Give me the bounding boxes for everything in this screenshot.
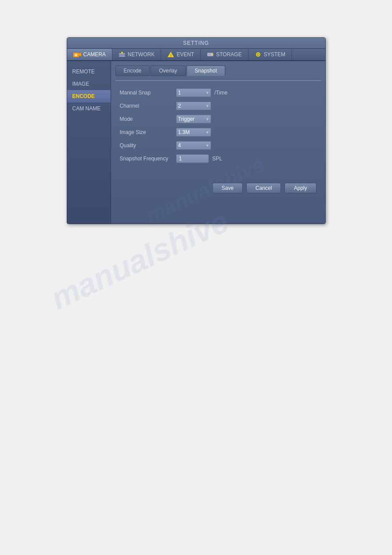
snapshot-freq-row: Snapshot Frequency SPL bbox=[120, 154, 316, 163]
content-area: REMOTE IMAGE ENCODE CAM NAME bbox=[67, 61, 325, 224]
section-divider bbox=[115, 80, 321, 81]
svg-text:!: ! bbox=[170, 54, 172, 58]
tab-encode[interactable]: Encode bbox=[115, 65, 150, 76]
nav-tab-storage-label: STORAGE bbox=[216, 51, 241, 58]
nav-tab-network[interactable]: NETWORK bbox=[112, 49, 161, 60]
mode-select[interactable]: Trigger Timing bbox=[176, 115, 211, 123]
nav-tab-event-label: EVENT bbox=[176, 51, 194, 58]
svg-rect-4 bbox=[119, 54, 125, 55]
nav-tab-network-label: NETWORK bbox=[128, 51, 155, 58]
bottom-buttons: Save Cancel Apply bbox=[115, 178, 321, 198]
svg-rect-5 bbox=[119, 56, 125, 57]
window-title: SETTING bbox=[183, 40, 209, 46]
sidebar-item-cam-name[interactable]: CAM NAME bbox=[67, 102, 111, 115]
nav-tab-storage[interactable]: STORAGE bbox=[201, 49, 248, 60]
svg-point-10 bbox=[211, 54, 213, 55]
quality-select[interactable]: 1 2 3 4 5 bbox=[176, 141, 211, 150]
channel-select-wrapper: 1 2 3 4 bbox=[176, 102, 211, 110]
quality-row: Quality 1 2 3 4 5 bbox=[120, 141, 316, 150]
nav-tab-camera-label: CAMERA bbox=[83, 51, 106, 58]
mode-row: Mode Trigger Timing bbox=[120, 115, 316, 123]
manual-snap-row: Mannal Snap 1 2 3 /Time bbox=[120, 88, 316, 97]
tab-overlay[interactable]: Overlay bbox=[151, 65, 185, 76]
main-content: Encode Overlay Snapshot bbox=[111, 61, 325, 224]
title-bar: SETTING bbox=[67, 38, 325, 49]
image-size-select-wrapper: 1.3M 2M 3M bbox=[176, 128, 211, 137]
save-button[interactable]: Save bbox=[212, 183, 243, 193]
tabs-bar: Encode Overlay Snapshot bbox=[115, 65, 321, 76]
nav-tab-event[interactable]: ! EVENT bbox=[161, 49, 201, 60]
cancel-button[interactable]: Cancel bbox=[246, 183, 281, 193]
sidebar-item-image[interactable]: IMAGE bbox=[67, 78, 111, 90]
system-icon bbox=[255, 51, 262, 58]
tab-snapshot[interactable]: Snapshot bbox=[187, 65, 226, 76]
image-size-row: Image Size 1.3M 2M 3M bbox=[120, 128, 316, 137]
sidebar-item-encode[interactable]: ENCODE bbox=[67, 90, 111, 102]
quality-select-wrapper: 1 2 3 4 5 bbox=[176, 141, 211, 150]
apply-button[interactable]: Apply bbox=[284, 183, 316, 193]
snapshot-freq-label: Snapshot Frequency bbox=[120, 156, 173, 162]
svg-point-12 bbox=[257, 54, 259, 55]
manual-snap-select[interactable]: 1 2 3 bbox=[176, 88, 211, 97]
setting-window: SETTING CAMERA bbox=[67, 37, 326, 224]
quality-label: Quality bbox=[120, 142, 173, 149]
svg-marker-2 bbox=[79, 53, 81, 56]
mode-select-wrapper: Trigger Timing bbox=[176, 115, 211, 123]
manual-snap-label: Mannal Snap bbox=[120, 90, 173, 96]
snapshot-freq-input[interactable] bbox=[176, 154, 209, 163]
channel-label: Channel bbox=[120, 103, 173, 109]
nav-tab-system-label: SYSTEM bbox=[264, 51, 285, 58]
manual-snap-unit: /Time bbox=[215, 90, 228, 96]
channel-row: Channel 1 2 3 4 bbox=[120, 102, 316, 110]
top-nav: CAMERA NETWORK ! EVENT bbox=[67, 49, 325, 61]
sidebar-item-remote[interactable]: REMOTE bbox=[67, 65, 111, 78]
image-size-select[interactable]: 1.3M 2M 3M bbox=[176, 128, 211, 137]
svg-rect-3 bbox=[119, 53, 125, 54]
snapshot-freq-unit: SPL bbox=[212, 156, 223, 162]
nav-tab-camera[interactable]: CAMERA bbox=[67, 49, 112, 60]
manual-snap-select-wrapper: 1 2 3 bbox=[176, 88, 211, 97]
mode-label: Mode bbox=[120, 116, 173, 122]
storage-icon bbox=[207, 51, 214, 58]
svg-rect-6 bbox=[121, 52, 123, 53]
sidebar: REMOTE IMAGE ENCODE CAM NAME bbox=[67, 61, 111, 224]
channel-select[interactable]: 1 2 3 4 bbox=[176, 102, 211, 110]
network-icon bbox=[119, 51, 126, 58]
svg-point-1 bbox=[75, 54, 77, 56]
nav-tab-system[interactable]: SYSTEM bbox=[248, 49, 292, 60]
event-icon: ! bbox=[167, 51, 174, 58]
camera-icon bbox=[73, 51, 81, 58]
snapshot-form: Mannal Snap 1 2 3 /Time bbox=[115, 86, 321, 170]
image-size-label: Image Size bbox=[120, 129, 173, 135]
